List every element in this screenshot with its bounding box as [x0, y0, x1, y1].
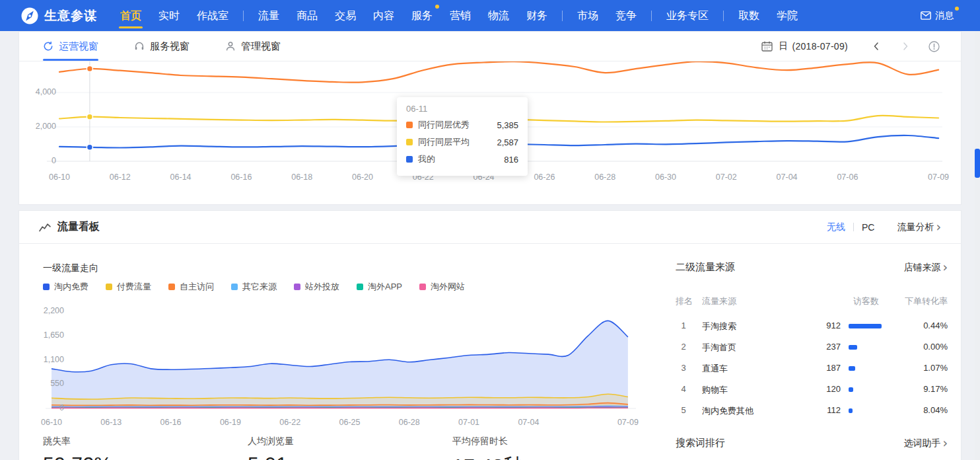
legend-item-站外投放[interactable]: 站外投放: [294, 281, 339, 293]
traffic-analysis-link[interactable]: 流量分析 ›: [897, 221, 941, 233]
next-date-button[interactable]: [901, 42, 910, 51]
brand-logo-icon: [21, 7, 38, 24]
shop-sources-link[interactable]: 店铺来源 ›: [903, 262, 948, 274]
tab-服务视窗[interactable]: 服务视窗: [134, 32, 190, 61]
toggle-wireless[interactable]: 无线: [827, 221, 845, 233]
nav-item-交易[interactable]: 交易: [326, 0, 365, 31]
legend-label: 其它来源: [242, 281, 277, 293]
kpi-平均停留时长: 平均停留时长17.48秒: [452, 436, 644, 460]
tooltip-row: 同行同层平均2,587: [406, 136, 518, 148]
date-value[interactable]: (2018-07-09): [792, 41, 848, 52]
flow-area-chart[interactable]: 05501,1001,6502,20006-1006-1306-1606-190…: [39, 303, 666, 439]
nav-item-作战室[interactable]: 作战室: [188, 0, 237, 31]
info-icon[interactable]: [928, 41, 940, 52]
scrollbar-track[interactable]: [975, 31, 980, 460]
traffic-kpis: 跳失率59.72%人均浏览量5.01平均停留时长17.48秒: [19, 436, 666, 460]
nav-divider: [243, 11, 244, 21]
kpi-label: 平均停留时长: [452, 436, 644, 447]
y-axis-label: 4,000: [24, 87, 56, 96]
toggle-pc[interactable]: PC: [862, 222, 874, 233]
table-row[interactable]: 4购物车1209.17%: [676, 384, 948, 396]
rank-cell: 1: [677, 321, 690, 330]
nav-item-营销[interactable]: 营销: [441, 0, 479, 31]
tooltip-series-value: 816: [504, 155, 518, 165]
nav-item-竞争[interactable]: 竞争: [607, 0, 645, 31]
refresh-icon: [43, 41, 53, 52]
message-icon: [921, 11, 931, 20]
legend-item-自主访问[interactable]: 自主访问: [168, 281, 214, 293]
tab-label: 管理视窗: [241, 40, 281, 53]
search-rank-title: 搜索词排行: [676, 437, 725, 449]
tab-label: 运营视窗: [59, 40, 98, 53]
traffic-analysis-label: 流量分析: [897, 221, 934, 233]
source-name-cell: 购物车: [702, 384, 728, 396]
flow-chart-canvas[interactable]: [44, 311, 645, 412]
table-row[interactable]: 2手淘首页2370.00%: [676, 342, 948, 354]
x-axis-label: 07-04: [777, 172, 798, 182]
conversion-cell: 9.17%: [923, 384, 948, 394]
x-axis-label: 06-28: [594, 172, 615, 182]
conversion-cell: 0.44%: [923, 321, 948, 330]
legend-item-付费流量[interactable]: 付费流量: [106, 281, 151, 293]
kpi-人均浏览量: 人均浏览量5.01: [248, 436, 439, 460]
nav-item-商品[interactable]: 商品: [288, 0, 326, 31]
kpi-value: 5.01: [248, 453, 439, 460]
nav-item-学院[interactable]: 学院: [768, 0, 806, 31]
nav-item-内容[interactable]: 内容: [365, 0, 403, 31]
view-tabs: 运营视窗服务视窗管理视窗 日 (2018-07-09): [19, 32, 961, 61]
nav-item-财务[interactable]: 财务: [518, 0, 556, 31]
scrollbar-thumb[interactable]: [975, 149, 980, 178]
nav-item-市场[interactable]: 市场: [569, 0, 607, 31]
nav-divider: [562, 11, 563, 21]
legend-swatch: [43, 284, 50, 290]
tooltip-row: 我的816: [406, 153, 518, 165]
legend-label: 淘内免费: [54, 281, 88, 293]
page: 生意参谋 首页实时作战室流量商品交易内容服务营销物流财务市场竞争业务专区取数学院…: [0, 0, 980, 460]
date-picker[interactable]: 日 (2018-07-09): [761, 32, 940, 61]
overview-card: 运营视窗服务视窗管理视窗 日 (2018-07-09): [18, 31, 962, 205]
word-picker-link[interactable]: 选词助手 ›: [903, 438, 948, 449]
series-swatch: [406, 139, 413, 145]
visitors-cell: 120: [788, 384, 841, 394]
nav-item-流量[interactable]: 流量: [250, 0, 288, 31]
x-axis-label: 07-04: [518, 418, 539, 427]
legend-item-淘外APP[interactable]: 淘外APP: [357, 281, 402, 293]
conversion-cell: 1.07%: [923, 363, 948, 373]
nav-item-实时[interactable]: 实时: [150, 0, 188, 31]
calendar-icon: [761, 41, 773, 52]
table-row[interactable]: 5淘内免费其他1128.04%: [676, 405, 948, 417]
conversion-cell: 8.04%: [923, 405, 948, 415]
chart-tooltip: 06-11 同行同层优秀5,385同行同层平均2,587我的816: [397, 97, 528, 176]
tab-管理视窗[interactable]: 管理视窗: [225, 32, 281, 61]
nav-item-业务专区[interactable]: 业务专区: [658, 0, 717, 31]
tooltip-series-label: 我的: [418, 153, 435, 165]
nav-item-物流[interactable]: 物流: [479, 0, 518, 31]
nav-divider: [723, 11, 724, 21]
visitors-cell: 237: [788, 342, 841, 352]
legend-item-其它来源[interactable]: 其它来源: [231, 281, 277, 293]
table-row[interactable]: 3直通车1871.07%: [676, 363, 948, 375]
legend-item-淘外网站[interactable]: 淘外网站: [419, 281, 465, 293]
date-granularity[interactable]: 日: [779, 40, 788, 52]
table-row[interactable]: 1手淘搜索9120.44%: [676, 321, 948, 332]
kpi-label: 人均浏览量: [248, 436, 439, 447]
tooltip-series-value: 2,587: [497, 137, 518, 147]
kpi-value: 17.48秒: [452, 453, 644, 460]
prev-date-button[interactable]: [872, 42, 881, 51]
top-nav: 生意参谋 首页实时作战室流量商品交易内容服务营销物流财务市场竞争业务专区取数学院…: [0, 0, 980, 31]
visitors-cell: 187: [788, 363, 841, 373]
flow-chart-legend: 淘内免费付费流量自主访问其它来源站外投放淘外APP淘外网站: [43, 281, 465, 293]
nav-item-取数[interactable]: 取数: [730, 0, 768, 31]
traffic-sources-panel: 二级流量来源 店铺来源 › 排名流量来源访客数下单转化率 1手淘搜索9120.4…: [676, 257, 948, 460]
tab-运营视窗[interactable]: 运营视窗: [43, 32, 98, 61]
nav-item-服务[interactable]: 服务: [403, 0, 441, 31]
nav-item-首页[interactable]: 首页: [112, 0, 150, 31]
legend-item-淘内免费[interactable]: 淘内免费: [43, 281, 88, 293]
brand[interactable]: 生意参谋: [21, 7, 97, 24]
tab-label: 服务视窗: [150, 40, 190, 53]
conversion-cell: 0.00%: [923, 342, 948, 352]
board-title: 流量看板: [57, 220, 100, 234]
nav-message[interactable]: 消息: [921, 10, 954, 22]
y-axis-label: 0: [39, 403, 64, 412]
benchmark-chart[interactable]: 06-11 同行同层优秀5,385同行同层平均2,587我的816 02,000…: [19, 61, 961, 204]
